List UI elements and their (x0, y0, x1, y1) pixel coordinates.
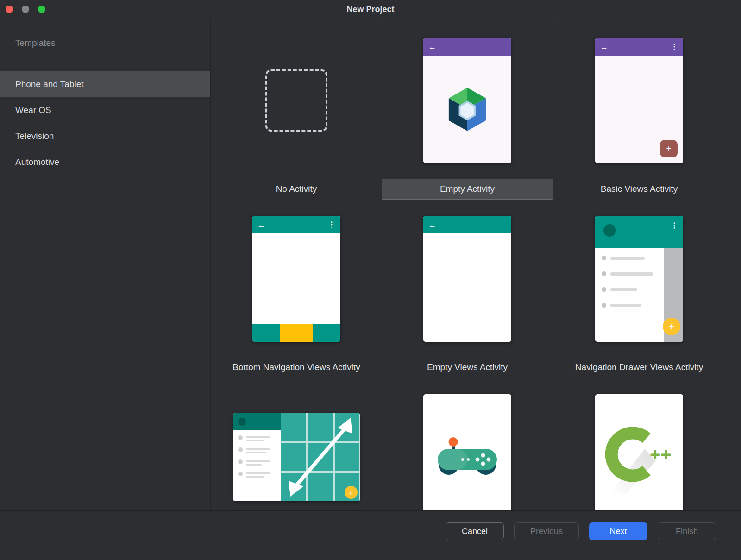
navigation-drawer-preview: ⋮ + (553, 201, 725, 357)
responsive-views-preview: + (212, 379, 381, 510)
sidebar-header: Templates (15, 38, 210, 48)
template-basic-views-activity[interactable]: ← ⋮ + Basic Views Activity (553, 22, 725, 200)
cpp-logo-icon: ++ (602, 420, 676, 494)
app-bar (233, 413, 281, 430)
tablet-mockup: + (233, 413, 360, 501)
back-arrow-icon: ← (428, 43, 436, 51)
template-label: Empty Views Activity (382, 357, 553, 378)
game-activity-preview (382, 379, 553, 510)
close-window-button[interactable] (6, 6, 13, 13)
phone-mockup: ← ⋮ + (595, 38, 683, 163)
sidebar-list: Phone and Tablet Wear OS Television Auto… (0, 71, 210, 175)
basic-views-preview: ← ⋮ + (553, 22, 725, 179)
zoom-window-button[interactable] (38, 6, 45, 13)
no-activity-preview (212, 22, 381, 179)
sidebar-item-television[interactable]: Television (0, 123, 210, 149)
app-bar: ← (423, 216, 511, 233)
sidebar-item-wear-os[interactable]: Wear OS (0, 97, 210, 123)
templates-sidebar: Templates Phone and Tablet Wear OS Telev… (0, 19, 211, 510)
bottom-navigation-preview: ← ⋮ (212, 201, 381, 357)
phone-mockup: ++ (595, 394, 683, 510)
back-arrow-icon: ← (428, 221, 436, 229)
native-cpp-preview: ++ (553, 379, 725, 510)
compose-logo-icon (447, 87, 487, 132)
drawer-menu-list (595, 248, 664, 342)
template-bottom-navigation-views-activity[interactable]: ← ⋮ Bottom Navigation Views Activity (211, 200, 382, 378)
template-no-activity[interactable]: No Activity (211, 22, 382, 200)
drawer-header: ⋮ (595, 216, 683, 248)
kebab-menu-icon: ⋮ (671, 43, 678, 50)
sidebar-item-automotive[interactable]: Automotive (0, 149, 210, 175)
kebab-menu-icon: ⋮ (328, 221, 335, 228)
fab-plus-icon: + (663, 318, 680, 335)
template-label: Empty Activity (382, 179, 553, 199)
fab-plus-icon: + (345, 486, 358, 499)
minimize-window-button[interactable] (22, 6, 29, 13)
dimmed-content: + (664, 248, 683, 342)
window-title: New Project (0, 0, 741, 19)
template-gallery: No Activity ← (211, 19, 741, 510)
traffic-lights (6, 6, 45, 13)
fab-plus-icon: + (660, 140, 678, 157)
game-controller-icon (435, 436, 500, 478)
app-bar: ← (423, 38, 511, 56)
next-button[interactable]: Next (589, 522, 647, 540)
finish-button[interactable]: Finish (658, 522, 716, 540)
phone-mockup: ← (423, 38, 511, 163)
template-responsive-views-activity[interactable]: + (211, 378, 382, 510)
sidebar-item-phone-and-tablet[interactable]: Phone and Tablet (0, 71, 210, 97)
responsive-grid: + (281, 413, 360, 501)
app-bar: ← ⋮ (595, 38, 683, 56)
dashed-placeholder-icon (265, 69, 327, 132)
previous-button[interactable]: Previous (514, 522, 579, 540)
phone-mockup (423, 394, 511, 510)
template-navigation-drawer-views-activity[interactable]: ⋮ + (553, 200, 725, 378)
template-label: Basic Views Activity (553, 179, 725, 199)
svg-text:++: ++ (650, 444, 672, 465)
dialog-footer: Cancel Previous Next Finish (0, 510, 741, 560)
template-game-activity[interactable] (382, 378, 553, 510)
phone-mockup: ⋮ + (595, 216, 683, 342)
empty-views-preview: ← (382, 201, 553, 357)
bottom-nav-bar (252, 324, 340, 342)
avatar-circle (603, 224, 616, 237)
avatar-circle (238, 418, 246, 426)
sidebar-item-label: Wear OS (15, 105, 51, 115)
back-arrow-icon: ← (600, 43, 608, 51)
sidebar-item-label: Automotive (15, 157, 59, 167)
phone-mockup: ← ⋮ (252, 216, 340, 342)
template-label: Navigation Drawer Views Activity (553, 357, 725, 378)
app-bar: ← ⋮ (252, 216, 340, 233)
phone-mockup: ← (423, 216, 511, 342)
template-label: No Activity (212, 179, 381, 199)
template-label: Bottom Navigation Views Activity (212, 357, 381, 378)
kebab-menu-icon: ⋮ (671, 221, 678, 230)
back-arrow-icon: ← (257, 221, 265, 229)
template-empty-views-activity[interactable]: ← Empty Views Activity (382, 200, 553, 378)
sidebar-item-label: Television (15, 131, 54, 141)
sidebar-item-label: Phone and Tablet (15, 79, 84, 89)
list-panel (233, 430, 281, 484)
template-empty-activity[interactable]: ← E (382, 22, 553, 200)
titlebar: New Project (0, 0, 741, 19)
template-native-cpp[interactable]: ++ (553, 378, 725, 510)
cancel-button[interactable]: Cancel (446, 522, 504, 540)
empty-activity-preview: ← (382, 22, 553, 179)
bottom-nav-selected-segment (280, 324, 313, 342)
